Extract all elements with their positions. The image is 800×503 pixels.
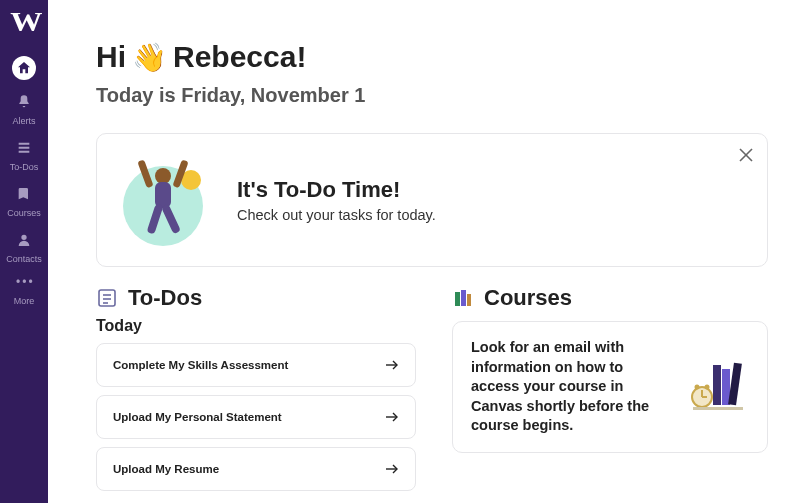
home-icon bbox=[12, 56, 36, 80]
arrow-right-icon bbox=[385, 464, 399, 474]
todo-banner: It's To-Do Time! Check out your tasks fo… bbox=[96, 133, 768, 267]
svg-rect-19 bbox=[467, 294, 471, 306]
nav-todos[interactable]: To-Dos bbox=[0, 140, 48, 172]
nav-contacts-label: Contacts bbox=[6, 254, 42, 264]
svg-rect-17 bbox=[455, 292, 460, 306]
nav-contacts[interactable]: Contacts bbox=[0, 232, 48, 264]
todos-heading-text: To-Dos bbox=[128, 285, 202, 311]
checklist-icon bbox=[96, 287, 118, 309]
todo-item[interactable]: Complete My Skills Assessment bbox=[96, 343, 416, 387]
arrow-right-icon bbox=[385, 412, 399, 422]
book-icon bbox=[16, 186, 32, 206]
svg-point-26 bbox=[695, 384, 700, 389]
main-content: Hi 👋 Rebecca! Today is Friday, November … bbox=[48, 0, 800, 503]
courses-info-card: Look for an email with information on ho… bbox=[452, 321, 768, 453]
user-icon bbox=[16, 232, 32, 252]
svg-rect-18 bbox=[461, 290, 466, 306]
svg-point-27 bbox=[705, 384, 710, 389]
banner-illustration bbox=[111, 148, 215, 252]
svg-rect-20 bbox=[713, 365, 721, 405]
todos-section: To-Dos Today Complete My Skills Assessme… bbox=[96, 285, 416, 499]
nav-todos-label: To-Dos bbox=[10, 162, 39, 172]
nav-more-label: More bbox=[14, 296, 35, 306]
todo-item-label: Upload My Personal Statement bbox=[113, 411, 282, 423]
greeting-name: Rebecca! bbox=[173, 40, 306, 74]
banner-subtitle: Check out your tasks for today. bbox=[237, 207, 436, 223]
courses-message: Look for an email with information on ho… bbox=[471, 338, 675, 436]
checklist-icon bbox=[16, 140, 32, 160]
close-icon[interactable] bbox=[739, 148, 753, 162]
svg-rect-22 bbox=[728, 363, 742, 406]
todos-heading: To-Dos bbox=[96, 285, 416, 311]
svg-rect-28 bbox=[693, 407, 743, 410]
nav-courses[interactable]: Courses bbox=[0, 186, 48, 218]
app-logo: W bbox=[10, 6, 39, 38]
todo-item[interactable]: Upload My Personal Statement bbox=[96, 395, 416, 439]
more-icon: ••• bbox=[16, 278, 32, 294]
arrow-right-icon bbox=[385, 360, 399, 370]
todos-group-label: Today bbox=[96, 317, 416, 335]
bell-icon bbox=[16, 94, 32, 114]
svg-point-4 bbox=[155, 168, 171, 184]
courses-heading: Courses bbox=[452, 285, 768, 311]
todo-item[interactable]: Upload My Resume bbox=[96, 447, 416, 491]
courses-heading-text: Courses bbox=[484, 285, 572, 311]
greeting-prefix: Hi bbox=[96, 40, 126, 74]
books-icon bbox=[452, 287, 474, 309]
todo-item-label: Upload My Resume bbox=[113, 463, 219, 475]
banner-title: It's To-Do Time! bbox=[237, 177, 436, 203]
sidebar: W Alerts To-Dos Courses Contacts ••• Mor… bbox=[0, 0, 48, 503]
greeting: Hi 👋 Rebecca! bbox=[96, 40, 768, 74]
svg-rect-5 bbox=[155, 182, 171, 208]
nav-home[interactable] bbox=[0, 56, 48, 80]
nav-alerts-label: Alerts bbox=[12, 116, 35, 126]
todo-item-label: Complete My Skills Assessment bbox=[113, 359, 288, 371]
nav-alerts[interactable]: Alerts bbox=[0, 94, 48, 126]
banner-text: It's To-Do Time! Check out your tasks fo… bbox=[237, 177, 436, 223]
wave-icon: 👋 bbox=[132, 41, 167, 74]
nav-more[interactable]: ••• More bbox=[0, 278, 48, 306]
courses-illustration bbox=[689, 357, 749, 417]
nav-courses-label: Courses bbox=[7, 208, 41, 218]
courses-section: Courses Look for an email with informati… bbox=[452, 285, 768, 499]
date-line: Today is Friday, November 1 bbox=[96, 84, 768, 107]
